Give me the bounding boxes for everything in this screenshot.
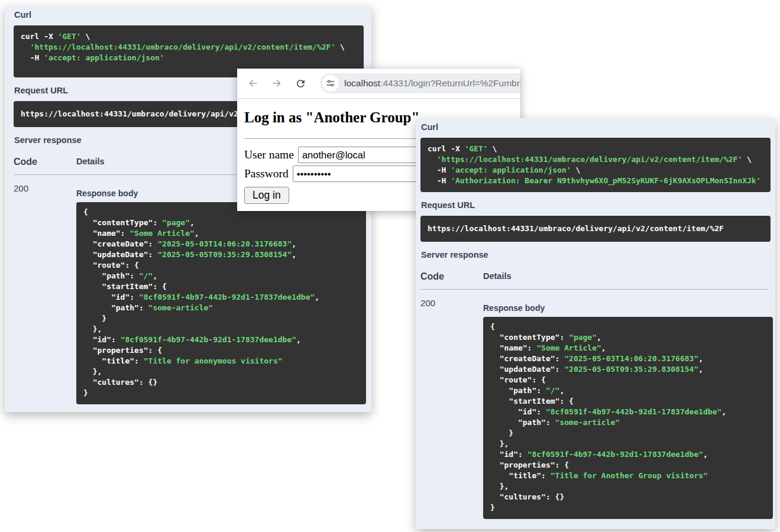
address-bar[interactable]: localhost:44331/login?ReturnUrl=%2Fumbra… [320,73,520,93]
url-path: :44331/login?ReturnUrl=%2Fumbraco [380,78,520,88]
response-body-json: { "contentType": "page", "name": "Some A… [483,317,773,519]
request-url-label: Request URL [421,200,775,210]
url-domain: localhost [344,78,380,88]
reload-icon [295,78,306,89]
details-column-header: Details [76,157,105,167]
details-column-header: Details [483,271,512,282]
response-details: Response body { "contentType": "page", "… [76,183,370,404]
curl-section-label: Curl [14,10,370,20]
request-url-value: https://localhost:44331/umbraco/delivery… [420,216,771,242]
responses-table-header: Code Details [420,271,768,290]
site-settings-button[interactable] [322,75,339,92]
response-body-json: { "contentType": "page", "name": "Some A… [76,202,366,404]
reload-button[interactable] [293,76,308,91]
code-column-header: Code [14,157,76,167]
response-row: 200 Response body { "contentType": "page… [420,290,775,519]
server-response-label: Server response [421,250,775,259]
code-column-header: Code [420,271,483,282]
url-text: localhost:44331/login?ReturnUrl=%2Fumbra… [344,78,520,89]
swagger-response-panel-right: Curl curl -X 'GET' \ 'https://localhost:… [416,118,775,529]
curl-section-label: Curl [421,122,775,132]
back-button[interactable] [245,76,261,91]
username-label: User name [244,148,294,161]
canvas: Curl curl -X 'GET' \ 'https://localhost:… [0,0,780,532]
status-code: 200 [14,183,76,404]
curl-command-block: curl -X 'GET' \ 'https://localhost:44331… [420,138,771,192]
forward-arrow-icon [271,77,283,89]
back-arrow-icon [247,77,259,89]
password-label: Password [244,167,289,180]
forward-button[interactable] [269,76,284,91]
browser-toolbar: localhost:44331/login?ReturnUrl=%2Fumbra… [237,69,520,99]
login-button[interactable]: Log in [244,187,289,204]
response-details: Response body { "contentType": "page", "… [483,298,775,519]
status-code: 200 [420,298,483,519]
response-body-label: Response body [483,303,775,313]
site-settings-icon [326,79,335,88]
